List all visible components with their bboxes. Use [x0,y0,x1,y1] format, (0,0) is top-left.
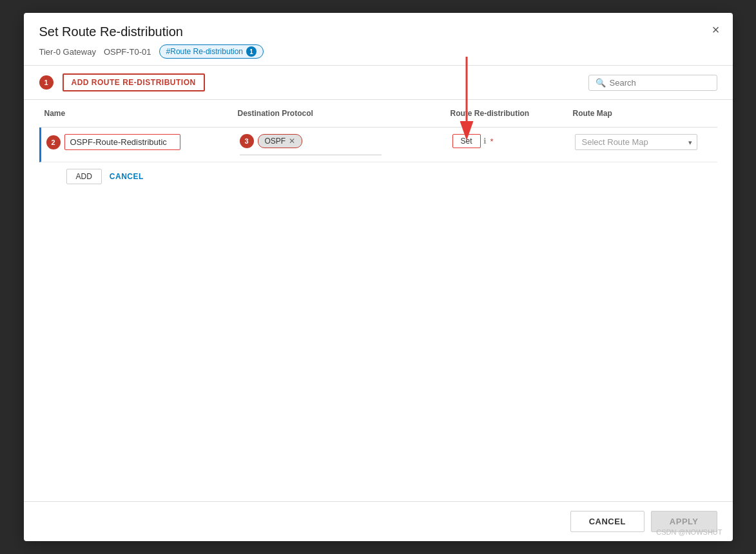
ospf-tag: OSPF ✕ [258,134,303,148]
modal-header: Set Route Re-distribution Tier-0 Gateway… [24,13,733,66]
col-header-name: Name [39,106,233,120]
row-actions: ADD CANCEL [39,162,717,191]
route-map-select[interactable]: Select Route Map [575,134,697,150]
modal-toolbar: 1 ADD ROUTE RE-DISTRIBUTION 🔍 [24,66,733,100]
route-redistrib-cell: Set ℹ * [447,128,570,155]
route-redistribution-badge[interactable]: #Route Re-distribution 1 [159,44,264,59]
watermark: CSDN @NOWSHUT [656,528,722,536]
add-route-redistribution-button[interactable]: ADD ROUTE RE-DISTRIBUTION [63,73,205,91]
step1-badge: 1 [39,75,53,90]
ospf-tag-close-icon[interactable]: ✕ [289,137,295,146]
ospf-tag-label: OSPF [265,137,286,146]
badge-count: 1 [246,46,257,57]
set-btn-container: Set [452,134,481,148]
table-header: Name Destination Protocol Route Re-distr… [39,100,717,128]
col-header-route-redistrib: Route Re-distribution [445,106,568,120]
col-header-dest-protocol: Destination Protocol [233,106,445,120]
close-button[interactable]: × [712,23,720,36]
table-container: Name Destination Protocol Route Re-distr… [24,100,733,501]
dest-underline [240,155,382,155]
route-map-cell: Select Route Map ▾ [570,128,717,157]
search-icon: 🔍 [596,78,606,88]
step3-badge: 3 [240,134,254,148]
info-icon: ℹ [483,137,487,146]
dest-protocol-inner: 3 OSPF ✕ [240,134,303,148]
footer-cancel-button[interactable]: CANCEL [570,511,645,532]
row-add-button[interactable]: ADD [66,169,102,184]
required-star: * [490,137,494,146]
col-header-route-map: Route Map [568,106,717,120]
modal-overlay: Set Route Re-distribution Tier-0 Gateway… [0,0,756,554]
name-cell: 2 [41,128,235,157]
gateway-value: OSPF-T0-01 [104,47,151,57]
search-input[interactable] [610,78,710,88]
name-input[interactable] [64,134,180,150]
table-row: 2 3 OSPF ✕ [39,128,717,162]
gateway-label: Tier-0 Gateway [39,47,96,57]
modal-subtitle: Tier-0 Gateway OSPF-T0-01 #Route Re-dist… [39,44,717,59]
route-map-select-wrapper: Select Route Map ▾ [575,134,697,150]
modal-title: Set Route Re-distribution [39,24,717,39]
set-button[interactable]: Set [452,134,481,148]
modal-footer: CANCEL APPLY [24,501,733,541]
row-cancel-button[interactable]: CANCEL [110,172,144,181]
step2-badge: 2 [46,135,61,149]
search-box: 🔍 [588,75,717,91]
set-route-redistribution-modal: Set Route Re-distribution Tier-0 Gateway… [24,13,733,541]
dest-protocol-cell: 3 OSPF ✕ [235,128,447,162]
badge-text: #Route Re-distribution [166,47,243,56]
